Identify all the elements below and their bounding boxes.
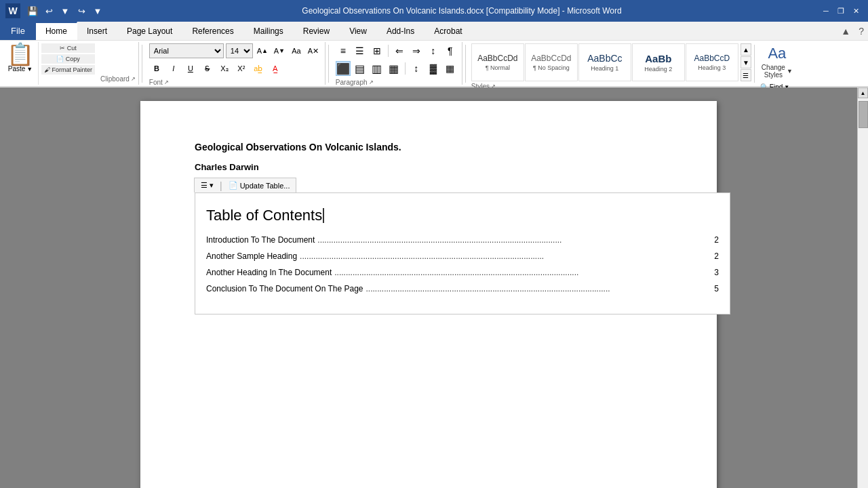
styles-scroll-down[interactable]: ▼ xyxy=(741,56,751,68)
justify-button[interactable]: ▦ xyxy=(387,61,401,76)
copy-button[interactable]: 📄 Copy xyxy=(41,54,95,64)
toc-box[interactable]: Table of Contents Introduction To The Do… xyxy=(195,192,730,314)
vertical-scrollbar[interactable]: ▲ ▼ xyxy=(857,87,868,488)
clipboard-expand-icon[interactable]: ↗ xyxy=(131,76,136,82)
font-family-select[interactable]: Arial xyxy=(149,43,224,58)
shading-button[interactable]: ▓ xyxy=(426,61,441,76)
cut-button[interactable]: ✂ Cut xyxy=(41,43,95,53)
minimize-button[interactable]: ─ xyxy=(819,4,833,18)
shrink-font-button[interactable]: A▼ xyxy=(272,43,287,58)
toc-table-icon: 📄 xyxy=(229,181,238,190)
align-left-button[interactable]: ⬛ xyxy=(336,61,351,76)
bold-button[interactable]: B xyxy=(149,61,164,76)
nospace-preview: AaBbCcDd xyxy=(531,54,571,63)
toc-heading: Table of Contents xyxy=(206,207,719,224)
tab-pagelayout[interactable]: Page Layout xyxy=(117,22,182,40)
toc-entry-1-page: 2 xyxy=(714,235,719,245)
numbering-button[interactable]: ☰ xyxy=(353,43,368,58)
toc-menu-dropdown[interactable]: ▾ xyxy=(210,181,214,190)
font-expand-icon[interactable]: ↗ xyxy=(164,79,169,85)
tab-mailings[interactable]: Mailings xyxy=(244,22,294,40)
tab-acrobat[interactable]: Acrobat xyxy=(425,22,472,40)
tab-file[interactable]: File xyxy=(0,22,36,40)
change-case-button[interactable]: Aa xyxy=(289,43,304,58)
document-title: Geological Observations On Volcanic Isla… xyxy=(195,142,663,152)
styles-scroll-buttons: ▲ ▼ ☰ xyxy=(741,43,751,81)
help-button[interactable]: ? xyxy=(854,22,868,40)
ribbon-collapse-button[interactable]: ▲ xyxy=(837,22,854,40)
scroll-track[interactable] xyxy=(858,98,868,488)
sort-button[interactable]: ↕ xyxy=(426,43,441,58)
tab-view[interactable]: View xyxy=(340,22,377,40)
window-title: Geological Observations On Volcanic Isla… xyxy=(104,6,819,16)
paste-icon: 📋 xyxy=(7,43,34,65)
tab-addins[interactable]: Add-Ins xyxy=(377,22,425,40)
undo-button[interactable]: ↩ xyxy=(42,4,56,18)
align-right-button[interactable]: ▥ xyxy=(370,61,384,76)
strikethrough-button[interactable]: S̶ xyxy=(200,61,215,76)
clipboard-label: Clipboard ↗ xyxy=(100,75,136,83)
restore-button[interactable]: ❐ xyxy=(834,4,848,18)
font-color-button[interactable]: A̲ xyxy=(268,61,283,76)
grow-font-button[interactable]: A▲ xyxy=(255,43,270,58)
customize-quick-access[interactable]: ▼ xyxy=(91,4,104,18)
tab-row: File Home Insert Page Layout References … xyxy=(0,22,868,40)
tab-home[interactable]: Home xyxy=(36,22,77,40)
style-heading3-button[interactable]: AaBbCcD Heading 3 xyxy=(686,43,738,81)
toc-entry-1-text: Introduction To The Document xyxy=(206,235,315,245)
show-formatting-button[interactable]: ¶ xyxy=(443,43,458,58)
toc-menu-button[interactable]: ☰ ▾ xyxy=(197,180,217,191)
ribbon: File Home Insert Page Layout References … xyxy=(0,22,868,87)
style-nospace-button[interactable]: AaBbCcDd ¶ No Spacing xyxy=(525,43,578,81)
tab-references[interactable]: References xyxy=(182,22,243,40)
toc-entry-3-text: Another Heading In The Document xyxy=(206,268,332,277)
scroll-up-button[interactable]: ▲ xyxy=(858,87,868,98)
font-size-select[interactable]: 14 xyxy=(226,43,253,58)
toc-menu-icon: ☰ xyxy=(201,181,208,190)
toc-entry-4-page: 5 xyxy=(714,284,719,293)
style-heading1-button[interactable]: AaBbCc Heading 1 xyxy=(578,43,631,81)
format-painter-button[interactable]: 🖌 Format Painter xyxy=(41,65,95,75)
styles-scroll-up[interactable]: ▲ xyxy=(741,43,751,56)
scroll-thumb[interactable] xyxy=(859,101,868,128)
toc-update-button[interactable]: 📄 Update Table... xyxy=(225,180,294,191)
align-center-button[interactable]: ▤ xyxy=(353,61,368,76)
word-icon: W xyxy=(5,3,20,18)
document-page: Geological Observations On Volcanic Isla… xyxy=(140,101,717,488)
multilevel-button[interactable]: ⊞ xyxy=(370,43,384,58)
tab-review[interactable]: Review xyxy=(294,22,340,40)
paste-button[interactable]: 📋 Paste ▼ xyxy=(3,42,39,85)
clipboard-group: 📋 Paste ▼ ✂ Cut 📄 Copy 🖌 Format Painter … xyxy=(3,42,139,85)
change-styles-dropdown[interactable]: ▼ xyxy=(787,68,793,75)
line-spacing-button[interactable]: ↕ xyxy=(409,61,424,76)
styles-scroll-more[interactable]: ☰ xyxy=(741,69,751,81)
increase-indent-button[interactable]: ⇒ xyxy=(409,43,424,58)
redo-button[interactable]: ↪ xyxy=(75,4,88,18)
close-button[interactable]: ✕ xyxy=(849,4,863,18)
paste-dropdown-icon[interactable]: ▼ xyxy=(26,66,33,73)
toc-entry-4-text: Conclusion To The Document On The Page xyxy=(206,284,363,293)
underline-button[interactable]: U xyxy=(183,61,198,76)
style-normal-button[interactable]: AaBbCcDd ¶ Normal xyxy=(471,43,524,81)
main-area: Geological Observations On Volcanic Isla… xyxy=(0,87,868,488)
undo-dropdown[interactable]: ▼ xyxy=(58,4,72,18)
text-highlight-button[interactable]: ab̲ xyxy=(251,61,266,76)
normal-preview: AaBbCcDd xyxy=(477,54,517,63)
nospace-label: ¶ No Spacing xyxy=(533,64,570,71)
bullets-button[interactable]: ≡ xyxy=(336,43,351,58)
h1-label: Heading 1 xyxy=(591,65,618,72)
paragraph-label: Paragraph ↗ xyxy=(336,79,458,87)
tab-insert[interactable]: Insert xyxy=(77,22,117,40)
style-heading2-button[interactable]: AaBb Heading 2 xyxy=(632,43,685,81)
subscript-button[interactable]: X₂ xyxy=(217,61,232,76)
superscript-button[interactable]: X² xyxy=(234,61,249,76)
borders-button[interactable]: ▦ xyxy=(443,61,458,76)
paragraph-expand-icon[interactable]: ↗ xyxy=(369,79,374,85)
clear-format-button[interactable]: A✕ xyxy=(306,43,321,58)
save-button[interactable]: 💾 xyxy=(26,4,39,18)
toc-entry-2-text: Another Sample Heading xyxy=(206,251,297,261)
decrease-indent-button[interactable]: ⇐ xyxy=(392,43,407,58)
change-styles-button[interactable]: Aa ChangeStyles ▼ xyxy=(757,43,797,80)
toc-entry-4: Conclusion To The Document On The Page .… xyxy=(206,284,719,293)
italic-button[interactable]: I xyxy=(166,61,181,76)
